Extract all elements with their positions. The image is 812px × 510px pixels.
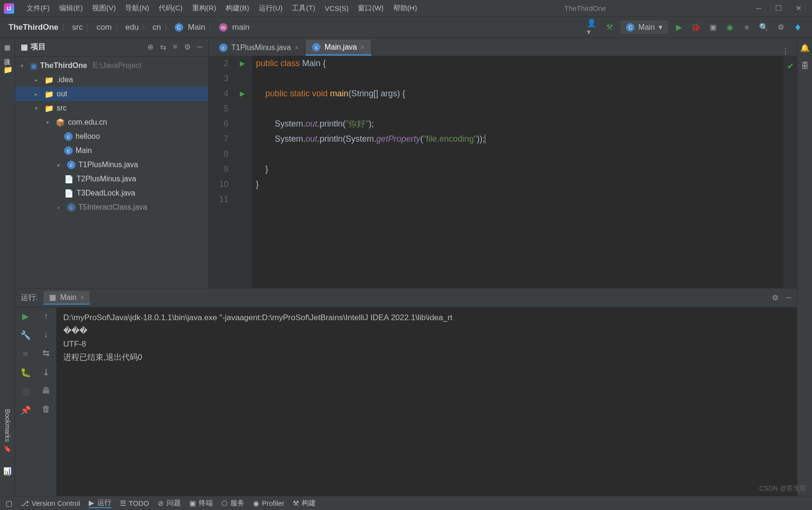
menu-code[interactable]: 代码(C) bbox=[154, 2, 187, 15]
bookmarks-tool-button[interactable]: Bookmarks🔖 bbox=[4, 409, 11, 453]
run-gutter-icon[interactable]: ▶ bbox=[235, 86, 252, 101]
menu-nav[interactable]: 导航(N) bbox=[120, 2, 154, 15]
pin-icon[interactable]: 📌 bbox=[20, 405, 31, 416]
menu-edit[interactable]: 编辑(E) bbox=[54, 2, 87, 15]
scroll-icon[interactable]: ⤓ bbox=[42, 367, 50, 377]
tree-src[interactable]: ▾📁src bbox=[15, 101, 208, 115]
menu-help[interactable]: 帮助(H) bbox=[389, 2, 422, 15]
menu-vcs[interactable]: VCS(S) bbox=[320, 2, 354, 14]
terminal-toolwindow[interactable]: ▣终端 bbox=[189, 499, 213, 508]
hide-icon[interactable]: ─ bbox=[197, 42, 203, 51]
status-bar: ▢ ⎇Version Control ▶运行 ☰TODO ⊘问题 ▣终端 ⬡服务… bbox=[0, 496, 812, 510]
bug-icon[interactable]: 🐛 bbox=[20, 367, 31, 378]
bc-method[interactable]: main bbox=[232, 23, 250, 32]
user-icon[interactable]: 👤▾ bbox=[587, 22, 598, 33]
tree-t3[interactable]: 📄T3DeadLock.java bbox=[15, 186, 208, 200]
tree-root[interactable]: ▾▣TheThirdOneE:\JavaProject bbox=[15, 59, 208, 73]
minimize-button[interactable]: ─ bbox=[754, 4, 763, 13]
run-gutter-icon[interactable]: ▶ bbox=[235, 56, 252, 71]
vcs-toolwindow[interactable]: ⎇Version Control bbox=[21, 499, 80, 508]
profiler-toolwindow[interactable]: ◉Profiler bbox=[253, 499, 285, 508]
coverage-button[interactable]: ▣ bbox=[707, 22, 719, 33]
bc-edu[interactable]: edu bbox=[126, 23, 139, 32]
build-toolwindow[interactable]: ⚒构建 bbox=[293, 499, 316, 508]
status-square-icon[interactable]: ▢ bbox=[6, 499, 12, 508]
notifications-icon[interactable]: 🔔 bbox=[800, 43, 810, 52]
console-output[interactable]: D:\myProSof\Java\jdk-18.0.1.1\bin\java.e… bbox=[57, 307, 797, 496]
trash-icon[interactable]: 🗑 bbox=[42, 404, 51, 414]
play-icon: ▶ bbox=[89, 499, 94, 507]
bc-class[interactable]: Main bbox=[188, 23, 205, 32]
menu-tools[interactable]: 工具(T) bbox=[287, 2, 320, 15]
class-icon: c bbox=[219, 43, 228, 52]
run-button[interactable]: ▶ bbox=[673, 22, 685, 33]
bc-project[interactable]: TheThirdOne bbox=[8, 23, 59, 32]
run-toolwindow[interactable]: ▶运行 bbox=[89, 498, 111, 508]
tab-menu-icon[interactable]: ⋮ bbox=[774, 47, 797, 56]
run-config-selector[interactable]: C Main ▾ bbox=[621, 21, 668, 34]
class-icon: c bbox=[67, 203, 76, 212]
tree-hello[interactable]: chellooo bbox=[15, 129, 208, 144]
project-icon: ▦ bbox=[4, 43, 11, 51]
close-icon[interactable]: × bbox=[295, 44, 298, 51]
ide-icon[interactable] bbox=[792, 22, 804, 33]
tab-t1plusminus[interactable]: cT1PlusMinus.java× bbox=[212, 40, 305, 56]
hammer-icon[interactable]: ⚒ bbox=[604, 22, 615, 33]
tree-t5[interactable]: ▸cT5InteractClass.java bbox=[15, 200, 208, 214]
up-icon[interactable]: ↑ bbox=[44, 311, 48, 321]
down-icon[interactable]: ↓ bbox=[44, 330, 48, 340]
settings-icon[interactable]: ⚙ bbox=[775, 22, 787, 33]
menu-run[interactable]: 运行(U) bbox=[254, 2, 288, 15]
menu-window[interactable]: 窗口(W) bbox=[353, 2, 388, 15]
close-icon[interactable]: × bbox=[361, 43, 364, 51]
problems-toolwindow[interactable]: ⊘问题 bbox=[158, 499, 181, 508]
bc-com[interactable]: com bbox=[96, 23, 111, 32]
services-toolwindow[interactable]: ⬡服务 bbox=[221, 499, 245, 508]
target-icon[interactable]: ⊕ bbox=[147, 42, 153, 51]
tree-t1[interactable]: ▸cT1PlusMinus.java bbox=[15, 158, 208, 172]
menu-refactor[interactable]: 重构(R) bbox=[187, 2, 221, 15]
project-tree[interactable]: ▾▣TheThirdOneE:\JavaProject ▸📁.idea ▸📁ou… bbox=[15, 57, 208, 288]
tree-t2[interactable]: 📄T2PlusMinus.java bbox=[15, 172, 208, 186]
wrap-icon[interactable]: ⇆ bbox=[42, 348, 50, 358]
menu-build[interactable]: 构建(B) bbox=[221, 2, 254, 15]
class-icon: c bbox=[67, 161, 76, 169]
maximize-button[interactable]: ☐ bbox=[774, 4, 783, 13]
gear-icon[interactable]: ⚙ bbox=[184, 42, 191, 51]
services-icon: ⬡ bbox=[221, 499, 228, 508]
close-button[interactable]: ✕ bbox=[794, 4, 803, 13]
tree-idea[interactable]: ▸📁.idea bbox=[15, 73, 208, 87]
rerun-button[interactable]: ▶ bbox=[22, 311, 29, 322]
line-gutter: 234567891011 bbox=[209, 56, 235, 288]
menu-file[interactable]: 文件(F) bbox=[22, 2, 54, 15]
stop-button[interactable]: ■ bbox=[23, 349, 28, 359]
project-icon: ▦ bbox=[21, 42, 28, 51]
close-icon[interactable]: × bbox=[80, 294, 84, 301]
tree-out[interactable]: ▸📁out bbox=[15, 87, 208, 101]
menu-view[interactable]: 视图(V) bbox=[87, 2, 120, 15]
layout-icon[interactable]: ▥ bbox=[22, 386, 30, 397]
search-icon[interactable]: 🔍 bbox=[758, 22, 770, 33]
debug-button[interactable]: 🐞 bbox=[690, 22, 702, 33]
hide-icon[interactable]: ─ bbox=[786, 293, 791, 302]
project-tool-button[interactable]: ▦项目 bbox=[3, 43, 12, 54]
todo-toolwindow[interactable]: ☰TODO bbox=[120, 499, 149, 508]
print-icon[interactable]: 🖶 bbox=[42, 386, 51, 396]
structure-tool-button[interactable]: 结构📊 bbox=[3, 464, 12, 475]
bc-src[interactable]: src bbox=[72, 23, 83, 32]
expand-icon[interactable]: ≡ bbox=[173, 42, 177, 51]
bc-cn[interactable]: cn bbox=[152, 23, 161, 32]
database-icon[interactable]: 🗄 bbox=[801, 62, 809, 70]
run-tab-main[interactable]: ▦Main× bbox=[43, 291, 90, 305]
tab-main[interactable]: cMain.java× bbox=[305, 40, 372, 56]
wrench-icon[interactable]: 🔧 bbox=[20, 330, 31, 340]
tree-package[interactable]: ▾📦com.edu.cn bbox=[15, 115, 208, 129]
gear-icon[interactable]: ⚙ bbox=[772, 293, 778, 302]
tree-main[interactable]: cMain bbox=[15, 144, 208, 158]
folder-icon[interactable]: 📁 bbox=[3, 65, 12, 74]
code-content[interactable]: public class Main { public static void m… bbox=[252, 56, 784, 288]
editor: cT1PlusMinus.java× cMain.java× ⋮ 2345678… bbox=[209, 38, 797, 288]
collapse-icon[interactable]: ⇆ bbox=[160, 42, 166, 51]
stop-button[interactable]: ■ bbox=[741, 22, 753, 33]
profile-button[interactable]: ◉ bbox=[724, 22, 736, 33]
